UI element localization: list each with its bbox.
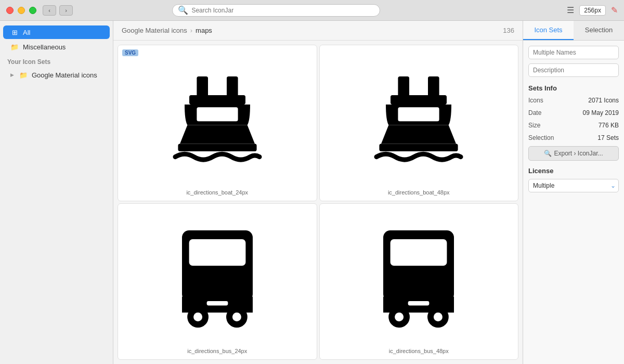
names-input[interactable] xyxy=(528,46,619,59)
sidebar-item-miscellaneous[interactable]: 📁 Miscellaneous xyxy=(3,40,110,54)
info-row-date: Date 09 May 2019 xyxy=(528,109,619,117)
tab-icon-sets[interactable]: Icon Sets xyxy=(523,21,574,40)
panel-content: Sets Info Icons 2071 Icons Date 09 May 2… xyxy=(523,41,624,364)
info-row-selection: Selection 17 Sets xyxy=(528,134,619,142)
svg-rect-11 xyxy=(189,239,245,266)
export-icon: 🔍 xyxy=(544,150,552,157)
main-layout: ⊞ All 📁 Miscellaneous Your Icon Sets ▶ 📁… xyxy=(0,21,624,364)
description-input[interactable] xyxy=(528,63,619,77)
bus-icon-48 xyxy=(374,214,463,344)
titlebar: ‹ › 🔍 ☰ 256px ✎ xyxy=(0,0,624,21)
forward-button[interactable]: › xyxy=(59,5,73,16)
sidebar-item-gm-label: Google Material icons xyxy=(32,71,97,79)
right-panel: Icon Sets Selection Sets Info Icons 2071… xyxy=(523,21,624,364)
edit-icon[interactable]: ✎ xyxy=(611,5,618,15)
icon-cell-boat-24[interactable]: SVG xyxy=(118,45,317,201)
search-bar[interactable]: 🔍 xyxy=(172,4,380,17)
svg-badge: SVG xyxy=(122,49,138,56)
close-button[interactable] xyxy=(6,7,14,14)
search-icon: 🔍 xyxy=(178,5,188,15)
menu-icon[interactable]: ☰ xyxy=(567,5,574,15)
boat-icon-24 xyxy=(171,56,264,185)
info-value-selection: 17 Sets xyxy=(597,134,619,141)
panel-tabs: Icon Sets Selection xyxy=(523,21,624,41)
license-title: License xyxy=(528,167,619,175)
sets-info-title: Sets Info xyxy=(528,84,619,92)
icon-cell-bus-24[interactable]: ic_directions_bus_24px xyxy=(118,203,317,360)
sidebar-item-all[interactable]: ⊞ All xyxy=(3,25,110,39)
info-label-size: Size xyxy=(528,122,540,129)
folder-icon: 📁 xyxy=(10,43,19,51)
back-button[interactable]: ‹ xyxy=(43,5,56,16)
folder-icon-gm: 📁 xyxy=(19,71,28,79)
sidebar-item-misc-label: Miscellaneous xyxy=(23,43,66,51)
tab-selection[interactable]: Selection xyxy=(574,21,624,40)
icons-grid: SVG xyxy=(113,41,523,364)
titlebar-right: ☰ 256px ✎ xyxy=(567,5,618,16)
icon-count: 136 xyxy=(503,27,514,34)
breadcrumb-separator: › xyxy=(190,27,192,34)
svg-rect-9 xyxy=(398,107,439,121)
svg-point-24 xyxy=(434,313,443,321)
size-display[interactable]: 256px xyxy=(579,5,606,16)
svg-rect-19 xyxy=(391,239,447,266)
svg-rect-2 xyxy=(189,95,245,105)
chevron-icon: ▶ xyxy=(10,72,14,77)
svg-rect-4 xyxy=(197,107,238,121)
sidebar: ⊞ All 📁 Miscellaneous Your Icon Sets ▶ 📁… xyxy=(0,21,113,364)
breadcrumb-parent[interactable]: Google Material icons xyxy=(122,27,187,34)
info-row-icons: Icons 2071 Icons xyxy=(528,96,619,105)
icon-label-boat-48: ic_directions_boat_48px xyxy=(388,189,450,196)
traffic-lights xyxy=(6,7,36,14)
license-select[interactable]: Multiple xyxy=(528,179,619,192)
info-row-size: Size 776 KB xyxy=(528,121,619,129)
export-label: Export › IconJar... xyxy=(554,150,603,157)
nav-buttons: ‹ › xyxy=(43,5,73,16)
info-value-date: 09 May 2019 xyxy=(583,109,619,116)
breadcrumb-child[interactable]: maps xyxy=(196,27,212,34)
sidebar-item-all-label: All xyxy=(23,29,30,36)
info-label-selection: Selection xyxy=(528,134,554,141)
svg-point-22 xyxy=(395,313,404,321)
icon-cell-boat-48[interactable]: ic_directions_boat_48px xyxy=(319,45,519,201)
svg-rect-3 xyxy=(178,144,256,151)
sidebar-section-label: Your Icon Sets xyxy=(0,54,113,68)
icon-label-bus-48: ic_directions_bus_48px xyxy=(389,348,449,354)
sidebar-item-google-material[interactable]: ▶ 📁 Google Material icons xyxy=(3,68,110,82)
svg-rect-0 xyxy=(197,76,208,97)
content-header: Google Material icons › maps 136 xyxy=(113,21,523,41)
icon-label-boat-24: ic_directions_boat_24px xyxy=(186,189,248,196)
info-value-icons: 2071 Icons xyxy=(588,97,619,104)
info-label-date: Date xyxy=(528,109,541,116)
fullscreen-button[interactable] xyxy=(29,7,36,14)
export-button[interactable]: 🔍 Export › IconJar... xyxy=(528,146,619,161)
boat-icon-48 xyxy=(372,56,465,185)
svg-rect-17 xyxy=(206,301,228,306)
svg-rect-1 xyxy=(227,76,238,97)
svg-rect-6 xyxy=(428,76,439,97)
search-input[interactable] xyxy=(191,7,374,14)
svg-rect-7 xyxy=(391,95,447,105)
svg-rect-5 xyxy=(398,76,410,97)
content-area: Google Material icons › maps 136 SVG xyxy=(113,21,523,364)
license-select-wrap: Multiple ⌄ xyxy=(528,179,619,192)
info-value-size: 776 KB xyxy=(599,122,619,129)
icon-cell-bus-48[interactable]: ic_directions_bus_48px xyxy=(319,203,519,360)
svg-rect-25 xyxy=(408,301,430,306)
minimize-button[interactable] xyxy=(18,7,25,14)
svg-point-14 xyxy=(193,313,202,321)
grid-icon: ⊞ xyxy=(10,28,19,36)
bus-icon-24 xyxy=(173,214,262,344)
svg-rect-8 xyxy=(380,144,458,151)
breadcrumb: Google Material icons › maps xyxy=(122,27,212,34)
icon-label-bus-24: ic_directions_bus_24px xyxy=(187,348,247,354)
info-label-icons: Icons xyxy=(528,97,543,104)
svg-point-16 xyxy=(232,313,241,321)
